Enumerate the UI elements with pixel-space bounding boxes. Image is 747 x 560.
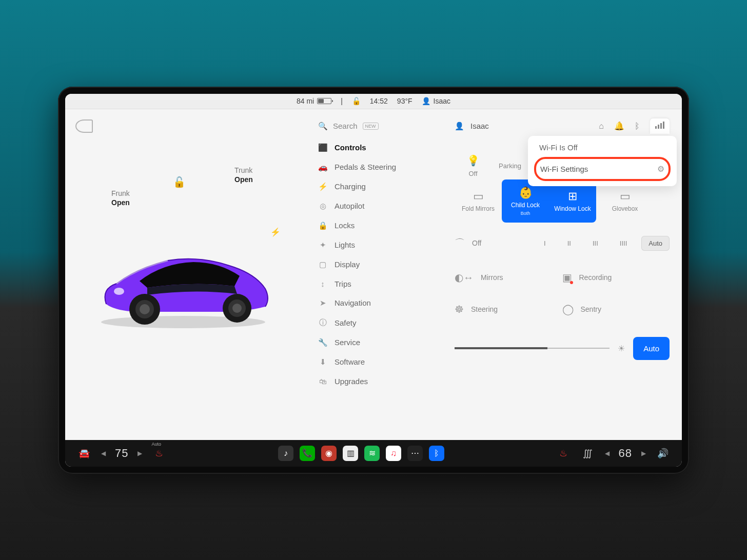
wifi-popup: Wi-Fi Is Off Wi-Fi Settings ⚙ (528, 136, 677, 186)
app-bluetooth[interactable]: ᛒ (429, 446, 444, 461)
wiper-level-1[interactable]: I (537, 236, 553, 251)
menu-label: Upgrades (335, 377, 368, 386)
app-launcher[interactable]: ⋯ (407, 446, 423, 461)
wiper-auto[interactable]: Auto (641, 236, 670, 251)
temp-up-right[interactable]: ▶ (641, 450, 646, 457)
person-icon: 👤 (455, 122, 464, 131)
menu-item-safety[interactable]: ⓘSafety (309, 313, 442, 333)
charge-port-icon[interactable]: ⚡ (270, 227, 281, 237)
wiper-icon[interactable]: ⌒ (455, 236, 465, 250)
app-calendar[interactable]: ▥ (343, 446, 358, 461)
app-phone[interactable]: 📞 (300, 446, 315, 461)
menu-item-service[interactable]: 🔧Service (309, 333, 442, 352)
steering-wheel-icon: ☸ (455, 303, 464, 315)
app-apple-music[interactable]: ♫ (386, 446, 401, 461)
mirrors-adjust[interactable]: ◐↔ Mirrors (455, 271, 562, 284)
outside-temp[interactable]: 93°F (397, 97, 412, 105)
menu-label: Service (335, 338, 360, 347)
child-icon: 👶 (519, 186, 533, 199)
glovebox-icon: ▭ (620, 190, 631, 203)
menu-label: Charging (335, 182, 366, 191)
svg-point-6 (232, 304, 242, 313)
brightness-auto-button[interactable]: Auto (633, 337, 670, 360)
sentry-mode[interactable]: ◯ Sentry (562, 303, 670, 315)
sentry-icon: ◯ (562, 303, 574, 315)
seat-heater-left-icon[interactable]: ♨ (151, 448, 167, 459)
frunk-action: Open (111, 198, 130, 207)
wiper-level-3[interactable]: III (585, 236, 605, 251)
menu-icon: ⬛ (318, 143, 327, 152)
wifi-settings-button[interactable]: Wi-Fi Settings ⚙ (534, 157, 671, 181)
mirror-icon: ▭ (473, 190, 484, 203)
controls-pane: 👤 Isaac ⌂ 🔔 ᛒ (442, 109, 682, 440)
connectivity-tab[interactable] (650, 118, 670, 134)
menu-item-lights[interactable]: ✦Lights (309, 235, 442, 255)
wiper-off[interactable]: Off (472, 239, 481, 247)
homelink-icon[interactable]: ⌂ (599, 122, 604, 131)
status-bar: 84 mi | 🔓 14:52 93°F 👤 Isaac (65, 94, 682, 109)
defrost-rear-icon[interactable]: ∭ (580, 448, 596, 459)
frunk-control[interactable]: Frunk Open (111, 189, 130, 207)
trunk-label: Trunk (234, 166, 252, 174)
driver-profile[interactable]: Isaac (470, 122, 489, 130)
menu-icon: ⬇ (318, 357, 327, 367)
menu-item-locks[interactable]: 🔒Locks (309, 216, 442, 235)
menu-icon: ✦ (318, 241, 327, 250)
trunk-control[interactable]: Trunk Open (234, 166, 253, 184)
profile-chip[interactable]: 👤 Isaac (422, 97, 450, 105)
dashcam-recording[interactable]: ▣ Recording (562, 271, 670, 284)
menu-label: Autopilot (335, 202, 364, 210)
temp-down-left[interactable]: ◀ (101, 450, 106, 457)
menu-item-software[interactable]: ⬇Software (309, 352, 442, 372)
brightness-slider[interactable] (455, 348, 610, 349)
menu-label: Software (335, 357, 365, 366)
bluetooth-icon[interactable]: ᛒ (635, 122, 640, 131)
wifi-status: Wi-Fi Is Off (536, 143, 669, 152)
search-button[interactable]: 🔍 Search NEW (309, 118, 442, 138)
notifications-icon[interactable]: 🔔 (614, 121, 624, 131)
menu-label: Trips (335, 279, 351, 288)
screen: 84 mi | 🔓 14:52 93°F 👤 Isaac Frunk Open (65, 94, 682, 467)
wifi-settings-label: Wi-Fi Settings (540, 165, 588, 173)
menu-item-charging[interactable]: ⚡Charging (309, 177, 442, 196)
frunk-label: Frunk (111, 189, 130, 197)
steering-adjust[interactable]: ☸ Steering (455, 303, 562, 315)
seat-heater-right-icon[interactable]: ♨ (556, 448, 571, 459)
person-icon: 👤 (422, 97, 430, 105)
app-spotify[interactable]: ≋ (364, 446, 380, 461)
lights-quick[interactable]: 💡 Off (455, 154, 492, 177)
menu-icon: ⚡ (318, 182, 327, 191)
passenger-temp[interactable]: 68 (619, 447, 632, 460)
menu-icon: ↕ (318, 279, 327, 288)
wiper-level-2[interactable]: II (560, 236, 578, 251)
tablet-device: 84 mi | 🔓 14:52 93°F 👤 Isaac Frunk Open (58, 87, 689, 474)
menu-item-upgrades[interactable]: 🛍Upgrades (309, 372, 442, 391)
menu-item-trips[interactable]: ↕Trips (309, 274, 442, 293)
signal-icon (655, 122, 664, 129)
temp-up-left[interactable]: ▶ (137, 450, 142, 457)
window-icon: ⊞ (568, 190, 577, 203)
lock-status-icon[interactable]: 🔓 (352, 97, 361, 105)
clock[interactable]: 14:52 (370, 97, 388, 105)
settings-menu: 🔍 Search NEW ⬛Controls🚗Pedals & Steering… (309, 109, 442, 440)
menu-item-display[interactable]: ▢Display (309, 255, 442, 274)
unlock-icon[interactable]: 🔓 (173, 176, 186, 188)
range-indicator[interactable]: 84 mi (297, 97, 331, 105)
menu-item-pedals-steering[interactable]: 🚗Pedals & Steering (309, 157, 442, 177)
fold-mirrors-button[interactable]: ▭ Fold Mirrors (455, 179, 502, 223)
menu-item-autopilot[interactable]: ◎Autopilot (309, 196, 442, 216)
wiper-level-4[interactable]: IIII (613, 236, 634, 251)
driver-temp[interactable]: 75 (115, 447, 128, 460)
volume-icon[interactable]: 🔊 (655, 448, 671, 459)
menu-item-navigation[interactable]: ➤Navigation (309, 293, 442, 313)
app-media[interactable]: ♪ (278, 446, 293, 461)
temp-down-right[interactable]: ◀ (605, 450, 610, 457)
bottom-dock: 🚘 ◀ 75 ▶ Auto ♨ ♪ 📞 ◉ ▥ ≋ ♫ ⋯ ᛒ ♨ ∭ ◀ 68 (65, 440, 682, 467)
menu-label: Display (335, 260, 360, 269)
car-controls-icon[interactable]: 🚘 (76, 448, 92, 459)
headlights-button[interactable] (75, 119, 93, 133)
app-camera[interactable]: ◉ (321, 446, 337, 461)
menu-item-controls[interactable]: ⬛Controls (309, 138, 442, 157)
menu-label: Lights (335, 241, 355, 249)
status-divider: | (341, 97, 343, 105)
